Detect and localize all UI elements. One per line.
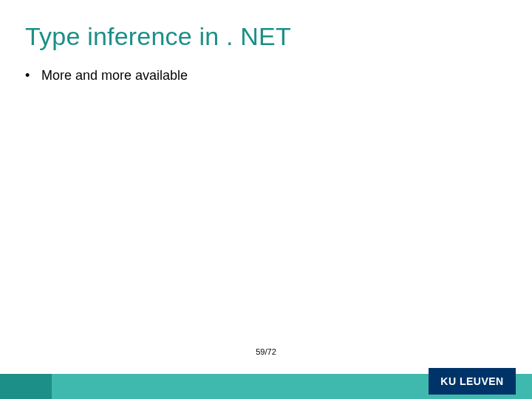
slide-body: • More and more available — [25, 68, 502, 83]
list-item: • More and more available — [25, 68, 502, 83]
footer: KU LEUVEN — [0, 368, 532, 399]
slide: Type inference in . NET • More and more … — [0, 0, 532, 399]
slide-title: Type inference in . NET — [25, 22, 291, 51]
brand-text: KU LEUVEN — [440, 375, 503, 387]
bullet-icon: • — [25, 69, 41, 82]
page-number: 59/72 — [0, 347, 532, 356]
brand-badge: KU LEUVEN — [429, 368, 516, 395]
footer-accent — [0, 374, 52, 399]
bullet-text: More and more available — [41, 68, 188, 83]
